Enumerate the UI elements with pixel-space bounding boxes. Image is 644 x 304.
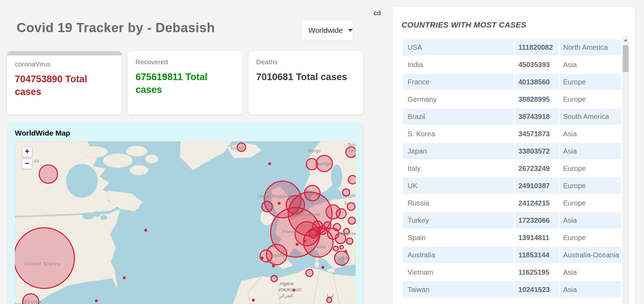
case-circle[interactable]	[303, 227, 333, 257]
case-dot[interactable]	[252, 299, 255, 302]
card-recovered[interactable]: Recovered 675619811 Total cases	[128, 51, 242, 114]
case-circle[interactable]	[15, 228, 74, 288]
case-dot[interactable]	[296, 243, 299, 246]
map-label: Norge	[308, 148, 320, 153]
case-dot[interactable]	[272, 264, 275, 267]
cell-country: India	[402, 56, 514, 73]
zoom-out-button[interactable]: −	[22, 159, 32, 169]
case-dot[interactable]	[344, 250, 347, 253]
table-row[interactable]: Brazil38743918South America	[402, 108, 622, 125]
card-deaths[interactable]: Deaths 7010681 Total cases	[248, 51, 363, 114]
cases-table: USA111820082North AmericaIndia45035393As…	[402, 38, 622, 299]
zoom-in-button[interactable]: +	[22, 147, 32, 157]
cell-country: Italy	[402, 160, 514, 177]
countries-panel-title: COUNTRIES WITH MOST CASES	[402, 20, 526, 30]
case-dot[interactable]	[268, 162, 271, 165]
case-dot[interactable]	[123, 276, 126, 279]
cell-continent: South America	[559, 108, 621, 125]
cell-continent: Asia	[559, 212, 621, 229]
table-row[interactable]: UK24910387Europe	[402, 177, 622, 195]
cell-cases: 38828995	[514, 91, 559, 108]
table-row[interactable]: Vietnam11625195Asia	[402, 264, 622, 281]
cell-country: USA	[402, 39, 514, 56]
case-dot[interactable]	[261, 257, 264, 260]
leaflet-map[interactable]: daÍslandNorgeSverigeSuomiFinlandUnited K…	[15, 141, 356, 304]
case-circle[interactable]	[306, 269, 313, 276]
cell-cases: 24124215	[514, 195, 559, 212]
map-label: الجزائر	[279, 293, 293, 299]
cell-country: Australia	[402, 246, 514, 264]
cell-cases: 10241523	[514, 281, 559, 298]
scrollbar-thumb[interactable]	[623, 45, 628, 72]
cell-country: Germany	[402, 91, 514, 108]
cell-cases: 38743918	[514, 108, 559, 125]
map-label: România	[337, 231, 356, 236]
case-dot[interactable]	[278, 202, 281, 205]
region-dropdown[interactable]: Worldwide	[301, 19, 353, 41]
case-dot[interactable]	[95, 299, 98, 302]
case-circle[interactable]	[343, 189, 350, 196]
landmass	[130, 165, 148, 175]
table-row[interactable]: France40138560Europe	[402, 73, 622, 91]
case-circle[interactable]	[327, 298, 332, 303]
cell-cases: 11625195	[514, 264, 559, 281]
case-dot[interactable]	[321, 266, 324, 269]
table-row[interactable]: Turkey17232066Asia	[402, 212, 622, 229]
cell-country: Russia	[402, 195, 514, 212]
covid-tracker-app: Covid 19 Tracker by - Debasish Worldwide…	[0, 0, 644, 304]
cell-country: Taiwan	[402, 281, 514, 298]
card-value: 7010681 Total cases	[256, 71, 355, 84]
cell-country: Vietnam	[402, 264, 514, 281]
table-row[interactable]: India45035393Asia	[402, 56, 622, 73]
table-row[interactable]: Germany38828995Europe	[402, 91, 622, 108]
cell-country: Japan	[402, 143, 514, 160]
card-selected-strip	[7, 51, 122, 55]
map-label: Finland	[349, 148, 356, 153]
table-row[interactable]: S. Korea34571873Asia	[402, 125, 622, 143]
case-circle[interactable]	[340, 245, 343, 249]
landmass-sardinia	[315, 261, 319, 268]
case-circle[interactable]	[347, 238, 353, 244]
chevron-down-icon	[348, 29, 353, 32]
cell-continent: Asia	[559, 281, 621, 298]
table-row[interactable]: Italy26723249Europe	[402, 160, 622, 177]
scrollbar-up-arrow-icon[interactable]	[624, 39, 627, 41]
table-row[interactable]: USA111820082North America	[402, 39, 622, 56]
cell-country: Turkey	[402, 212, 514, 229]
map-title: WorldWide Map	[15, 129, 70, 137]
cases-table-body: USA111820082North AmericaIndia45035393As…	[402, 39, 622, 298]
table-row[interactable]: Russia24124215Europe	[402, 195, 622, 212]
case-dot[interactable]	[303, 240, 306, 243]
cell-continent: North America	[559, 39, 621, 56]
cell-cases: 45035393	[514, 56, 559, 73]
map-label: Deutschland	[295, 212, 320, 217]
cell-country: Spain	[402, 229, 514, 246]
map-label: Ísland	[231, 145, 243, 151]
table-row[interactable]: Taiwan10241523Asia	[402, 281, 622, 298]
map-label: da	[34, 158, 39, 163]
case-circle[interactable]	[348, 217, 355, 224]
table-scrollbar[interactable]	[622, 36, 629, 304]
worldwide-map-card: WorldWide Map	[8, 123, 363, 304]
map-label: Ελλάδα	[335, 255, 350, 261]
map-label: España	[269, 252, 285, 258]
case-circle[interactable]	[348, 175, 356, 184]
case-circle[interactable]	[333, 223, 341, 231]
map-label: ليبيا	[327, 293, 334, 298]
case-circle[interactable]	[326, 205, 340, 219]
table-row[interactable]: Australia11853144Australia-Oceania	[402, 246, 622, 264]
map-label: Бела	[344, 201, 355, 206]
case-circle[interactable]	[262, 201, 272, 212]
case-dot[interactable]	[144, 229, 147, 232]
table-row[interactable]: Spain13914811Europe	[402, 229, 622, 246]
case-circle[interactable]	[271, 275, 277, 282]
case-circle[interactable]	[333, 246, 338, 251]
map-label: United States	[24, 261, 61, 267]
cell-continent: Europe	[559, 73, 621, 91]
landmass	[145, 155, 158, 163]
case-circle[interactable]	[324, 222, 331, 229]
card-coronavirus[interactable]: coronaVirus 704753890 Total cases	[7, 51, 122, 114]
case-circle[interactable]	[39, 165, 58, 183]
table-row[interactable]: Japan33803572Asia	[402, 143, 622, 160]
cell-continent: Asia	[559, 56, 621, 73]
